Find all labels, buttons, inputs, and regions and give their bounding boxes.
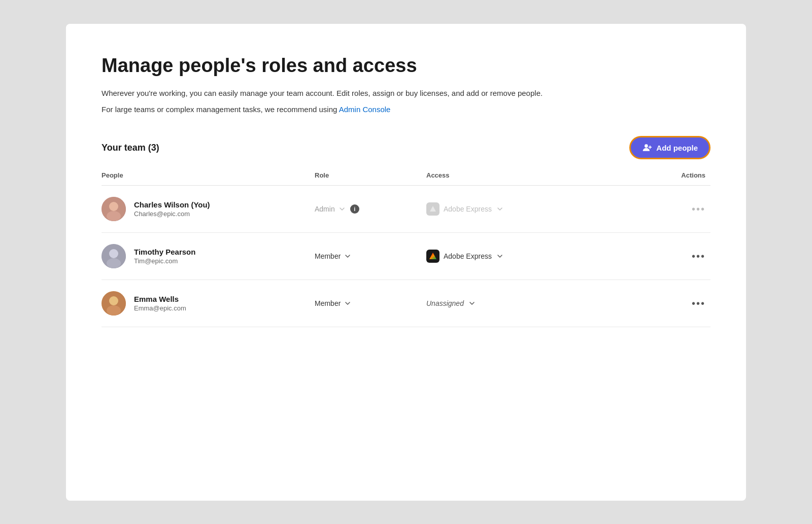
role-info-icon-charles[interactable]: i — [350, 204, 359, 214]
svg-marker-6 — [430, 206, 436, 212]
person-cell-emma: Emma Wells Emma@epic.com — [101, 291, 315, 316]
role-chevron-timothy[interactable] — [344, 252, 352, 260]
adobe-express-icon-timothy — [426, 250, 439, 263]
actions-cell-charles: ••• — [589, 204, 710, 214]
avatar-emma — [101, 291, 126, 316]
role-text-emma: Member — [315, 299, 341, 307]
col-header-people: People — [101, 171, 315, 179]
role-chevron-charles[interactable] — [338, 205, 346, 213]
add-people-label: Add people — [656, 144, 698, 152]
svg-point-12 — [109, 296, 118, 305]
role-text-timothy: Member — [315, 252, 341, 260]
access-chevron-timothy[interactable] — [496, 252, 504, 260]
description-line2-text: For large teams or complex management ta… — [101, 105, 339, 114]
table-row: Timothy Pearson Tim@epic.com Member — [101, 233, 710, 280]
access-text-charles: Adobe Express — [444, 205, 492, 213]
col-header-actions: Actions — [589, 171, 710, 179]
team-title: Your team (3) — [101, 143, 159, 153]
team-header: Your team (3) Add people — [101, 136, 710, 159]
avatar-timothy — [101, 244, 126, 268]
role-cell-charles: Admin i — [315, 204, 426, 214]
actions-dots-charles[interactable]: ••• — [692, 204, 705, 214]
description-line2: For large teams or complex management ta… — [101, 103, 710, 116]
description-line1: Wherever you're working, you can easily … — [101, 87, 710, 99]
role-cell-timothy: Member — [315, 252, 426, 260]
role-chevron-emma[interactable] — [344, 299, 352, 307]
svg-point-8 — [109, 249, 118, 258]
add-people-button[interactable]: Add people — [629, 136, 710, 159]
add-person-icon — [642, 143, 652, 153]
access-text-timothy: Adobe Express — [444, 252, 492, 260]
main-card: Manage people's roles and access Whereve… — [66, 24, 746, 501]
svg-point-9 — [107, 258, 121, 268]
access-chevron-charles[interactable] — [496, 205, 504, 213]
svg-point-4 — [109, 202, 118, 211]
person-name-charles: Charles Wilson (You) — [134, 200, 210, 209]
actions-dots-timothy[interactable]: ••• — [692, 251, 705, 261]
person-info-emma: Emma Wells Emma@epic.com — [134, 295, 186, 312]
person-name-timothy: Timothy Pearson — [134, 248, 195, 256]
access-text-emma: Unassigned — [426, 299, 464, 307]
page-title: Manage people's roles and access — [101, 54, 710, 78]
access-cell-timothy: Adobe Express — [426, 250, 589, 263]
col-header-access: Access — [426, 171, 589, 179]
person-email-timothy: Tim@epic.com — [134, 257, 195, 265]
svg-point-13 — [107, 305, 121, 316]
actions-dots-emma[interactable]: ••• — [692, 298, 705, 308]
person-info-timothy: Timothy Pearson Tim@epic.com — [134, 248, 195, 265]
table-row: Charles Wilson (You) Charles@epic.com Ad… — [101, 186, 710, 233]
person-email-emma: Emma@epic.com — [134, 304, 186, 312]
table-row: Emma Wells Emma@epic.com Member Unassign… — [101, 280, 710, 327]
role-text-charles: Admin — [315, 205, 335, 213]
svg-point-0 — [645, 144, 648, 148]
person-cell-charles: Charles Wilson (You) Charles@epic.com — [101, 197, 315, 221]
access-cell-charles: Adobe Express — [426, 202, 589, 216]
actions-cell-emma: ••• — [589, 298, 710, 308]
actions-cell-timothy: ••• — [589, 251, 710, 261]
table-header: People Role Access Actions — [101, 171, 710, 186]
col-header-role: Role — [315, 171, 426, 179]
svg-marker-10 — [429, 253, 436, 259]
admin-console-link[interactable]: Admin Console — [339, 105, 391, 114]
person-info-charles: Charles Wilson (You) Charles@epic.com — [134, 200, 210, 218]
adobe-express-icon-charles — [426, 202, 439, 216]
svg-point-5 — [107, 211, 121, 221]
avatar-charles — [101, 197, 126, 221]
access-chevron-emma[interactable] — [468, 299, 476, 307]
person-cell-timothy: Timothy Pearson Tim@epic.com — [101, 244, 315, 268]
role-cell-emma: Member — [315, 299, 426, 307]
access-cell-emma: Unassigned — [426, 299, 589, 307]
person-name-emma: Emma Wells — [134, 295, 186, 303]
person-email-charles: Charles@epic.com — [134, 210, 210, 218]
